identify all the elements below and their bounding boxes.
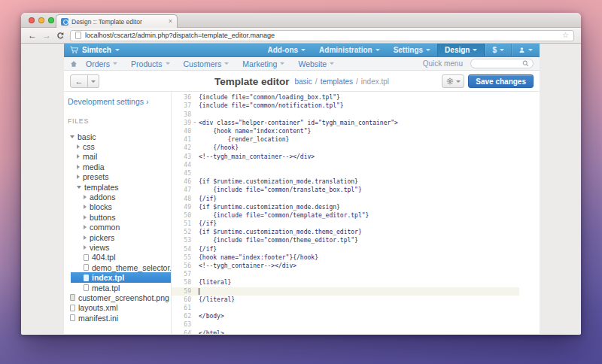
- folder-closed-icon[interactable]: [84, 235, 87, 240]
- code-line-58[interactable]: 58{literal}: [172, 278, 519, 287]
- back-button[interactable]: ←: [70, 74, 88, 88]
- code-text[interactable]: {/if}: [199, 196, 217, 202]
- code-line-39[interactable]: 39-<div class="helper-container" id="tyg…: [172, 119, 519, 127]
- admin-menu-$[interactable]: $: [485, 44, 511, 56]
- search-input[interactable]: [476, 60, 519, 68]
- address-bar[interactable]: localhost/cscart2/admin.php?dispatch=tem…: [70, 30, 574, 41]
- code-text[interactable]: {if $runtime.customization_mode.translat…: [199, 178, 358, 185]
- fold-marker-icon[interactable]: -: [191, 120, 199, 126]
- code-line-60[interactable]: 60{/literal}: [172, 296, 519, 304]
- folder-closed-icon[interactable]: [77, 144, 80, 149]
- code-text[interactable]: {/if}: [199, 246, 217, 253]
- code-text[interactable]: <!--tygh_container--></div>: [199, 262, 296, 269]
- folder-closed-icon[interactable]: [77, 165, 80, 169]
- tree-item-common[interactable]: common: [64, 223, 171, 232]
- code-line-53[interactable]: 53 {include file="common/theme_editor.tp…: [172, 236, 519, 244]
- code-text[interactable]: {/hook}: [199, 144, 239, 151]
- folder-open-icon[interactable]: [70, 135, 74, 138]
- tree-item-presets[interactable]: presets: [64, 172, 171, 182]
- tree-item-views[interactable]: views: [64, 242, 171, 252]
- code-text[interactable]: {render_location}: [199, 136, 289, 143]
- code-text[interactable]: {include file="common/theme_editor.tpl"}: [199, 237, 358, 244]
- code-line-61[interactable]: 61: [172, 304, 519, 312]
- code-line-57[interactable]: 57: [172, 270, 519, 278]
- code-line-36[interactable]: 36{include file="common/loading_box.tpl"…: [172, 93, 519, 102]
- tree-item-templates[interactable]: templates: [64, 182, 171, 192]
- code-line-54[interactable]: 54{/if}: [172, 245, 519, 253]
- folder-closed-icon[interactable]: [84, 215, 87, 220]
- code-text[interactable]: <!--tygh_main_container--></div>: [199, 153, 315, 160]
- code-line-56[interactable]: 56<!--tygh_container--></div>: [172, 262, 519, 270]
- back-dropdown-button[interactable]: [88, 74, 99, 88]
- tree-item-index-tpl[interactable]: index.tpl: [71, 272, 171, 282]
- code-line-45[interactable]: 45: [172, 169, 519, 177]
- code-line-40[interactable]: 40 {hook name="index:content"}: [172, 127, 519, 135]
- tree-item-blocks[interactable]: blocks: [64, 202, 171, 212]
- tree-item-media[interactable]: media: [64, 162, 171, 171]
- nav-item-website[interactable]: Website: [291, 59, 341, 68]
- code-line-51[interactable]: 51{/if}: [172, 220, 519, 228]
- admin-menu-administration[interactable]: Administration: [312, 44, 387, 56]
- tree-item-demo_theme_selector-tpl[interactable]: demo_theme_selector.tpl: [64, 262, 171, 272]
- code-text[interactable]: {include file="common/loading_box.tpl"}: [199, 94, 340, 101]
- storefront-menu[interactable]: Simtech: [82, 46, 111, 54]
- search-box[interactable]: [470, 59, 534, 68]
- code-text[interactable]: </html>: [199, 330, 224, 334]
- code-text[interactable]: {if $runtime.customization_mode.design}: [199, 204, 340, 211]
- code-text[interactable]: {/literal}: [199, 296, 235, 303]
- tree-item-buttons[interactable]: buttons: [64, 212, 171, 222]
- close-window-button[interactable]: [29, 17, 35, 23]
- code-text[interactable]: {include file="common/template_editor.tp…: [199, 212, 369, 219]
- quick-menu-link[interactable]: Quick menu: [423, 59, 463, 68]
- admin-menu-user[interactable]: [511, 44, 540, 56]
- tree-item-layouts-xml[interactable]: layouts.xml: [64, 303, 171, 313]
- tree-item-addons[interactable]: addons: [64, 192, 171, 202]
- code-text[interactable]: {/if}: [199, 220, 217, 227]
- forward-icon[interactable]: →: [42, 31, 51, 40]
- tab-close-icon[interactable]: ×: [169, 18, 172, 25]
- minimize-window-button[interactable]: [38, 17, 44, 23]
- tree-item-manifest-ini[interactable]: manifest.ini: [64, 313, 171, 323]
- folder-closed-icon[interactable]: [77, 174, 80, 179]
- code-line-49[interactable]: 49{if $runtime.customization_mode.design…: [172, 203, 519, 211]
- code-text[interactable]: {literal}: [199, 279, 231, 286]
- tree-item-404-tpl[interactable]: 404.tpl: [64, 253, 171, 262]
- folder-closed-icon[interactable]: [84, 195, 87, 199]
- back-icon[interactable]: ←: [28, 31, 37, 40]
- tree-item-pickers[interactable]: pickers: [64, 232, 171, 242]
- tree-item-basic[interactable]: basic: [64, 132, 171, 141]
- code-line-55[interactable]: 55{hook name="index:footer"}{/hook}: [172, 253, 519, 262]
- code-line-50[interactable]: 50 {include file="common/template_editor…: [172, 211, 519, 220]
- code-line-38[interactable]: 38: [172, 111, 519, 119]
- breadcrumb-basic[interactable]: basic: [295, 77, 312, 86]
- code-text[interactable]: <div class="helper-container" id="tygh_m…: [199, 120, 398, 126]
- zoom-window-button[interactable]: [48, 17, 54, 23]
- code-text[interactable]: {include file="common/notification.tpl"}: [199, 102, 344, 109]
- reload-icon[interactable]: [56, 32, 65, 40]
- url-text[interactable]: localhost/cscart2/admin.php?dispatch=tem…: [85, 32, 558, 39]
- folder-closed-icon[interactable]: [84, 205, 87, 209]
- nav-item-products[interactable]: Products: [124, 59, 176, 68]
- code-editor[interactable]: 3536{include file="common/loading_box.tp…: [172, 92, 540, 334]
- development-settings-link[interactable]: Development settings ›: [64, 97, 171, 106]
- folder-closed-icon[interactable]: [84, 225, 87, 229]
- code-line-62[interactable]: 62</body>: [172, 312, 519, 320]
- tree-item-mail[interactable]: mail: [64, 152, 171, 162]
- tree-item-meta-tpl[interactable]: meta.tpl: [64, 283, 171, 293]
- code-line-44[interactable]: 44: [172, 161, 519, 169]
- tree-item-css[interactable]: css: [64, 141, 171, 151]
- code-line-37[interactable]: 37{include file="common/notification.tpl…: [172, 102, 519, 110]
- nav-item-orders[interactable]: Orders: [79, 59, 124, 68]
- code-line-46[interactable]: 46{if $runtime.customization_mode.transl…: [172, 177, 519, 186]
- breadcrumb-templates[interactable]: templates: [321, 77, 353, 86]
- folder-open-icon[interactable]: [77, 186, 81, 189]
- settings-gear-button[interactable]: [442, 74, 464, 88]
- code-line-48[interactable]: 48{/if}: [172, 194, 519, 202]
- code-line-64[interactable]: 64</html>: [172, 329, 519, 334]
- folder-closed-icon[interactable]: [84, 245, 87, 250]
- admin-menu-design[interactable]: Design: [437, 44, 485, 56]
- browser-tab[interactable]: Design :: Template editor ×: [56, 14, 178, 28]
- nav-item-marketing[interactable]: Marketing: [236, 59, 291, 68]
- admin-menu-settings[interactable]: Settings: [387, 44, 437, 56]
- save-changes-button[interactable]: Save changes: [468, 74, 534, 88]
